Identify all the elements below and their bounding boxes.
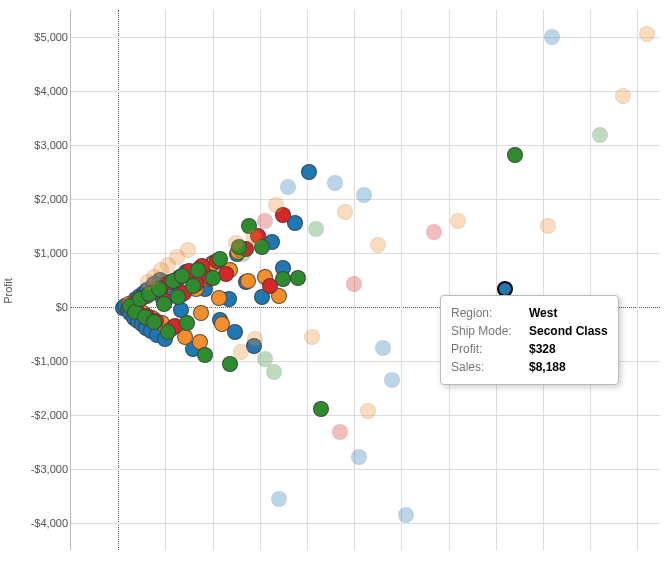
scatter-point[interactable]	[146, 314, 162, 330]
y-tick-label: -$1,000	[18, 355, 68, 367]
scatter-point[interactable]	[301, 164, 317, 180]
scatter-point[interactable]	[332, 424, 348, 440]
y-tick-label: -$4,000	[18, 517, 68, 529]
y-tick-label: $2,000	[18, 193, 68, 205]
scatter-point[interactable]	[507, 147, 523, 163]
scatter-point[interactable]	[370, 237, 386, 253]
scatter-point[interactable]	[313, 401, 329, 417]
scatter-point[interactable]	[240, 273, 256, 289]
scatter-point[interactable]	[271, 491, 287, 507]
scatter-point[interactable]	[398, 507, 414, 523]
scatter-point[interactable]	[140, 274, 156, 290]
scatter-point[interactable]	[375, 340, 391, 356]
scatter-point[interactable]	[228, 235, 244, 251]
scatter-point[interactable]	[327, 175, 343, 191]
scatter-point[interactable]	[360, 403, 376, 419]
y-tick-label: $4,000	[18, 85, 68, 97]
tooltip-row-sales: Sales: $8,188	[451, 358, 608, 376]
gridline-h	[71, 37, 660, 38]
scatter-point[interactable]	[280, 179, 296, 195]
scatter-point[interactable]	[214, 316, 230, 332]
scatter-point[interactable]	[351, 449, 367, 465]
tooltip-value: Second Class	[529, 322, 608, 340]
gridline-h	[71, 91, 660, 92]
gridline-v	[307, 10, 308, 550]
gridline-h	[71, 523, 660, 524]
scatter-point[interactable]	[337, 204, 353, 220]
gridline-v	[637, 10, 638, 550]
scatter-point[interactable]	[211, 290, 227, 306]
y-tick-label: $3,000	[18, 139, 68, 151]
scatter-point[interactable]	[179, 315, 195, 331]
gridline-v	[449, 10, 450, 550]
scatter-point[interactable]	[257, 213, 273, 229]
gridline-h	[71, 253, 660, 254]
y-tick-label: -$3,000	[18, 463, 68, 475]
tooltip-key: Profit:	[451, 340, 523, 358]
scatter-point[interactable]	[346, 276, 362, 292]
gridline-h	[71, 469, 660, 470]
y-tick-label: $5,000	[18, 31, 68, 43]
scatter-point[interactable]	[233, 344, 249, 360]
tooltip-key: Ship Mode:	[451, 322, 523, 340]
scatter-point[interactable]	[384, 372, 400, 388]
scatter-point[interactable]	[290, 270, 306, 286]
scatter-point[interactable]	[170, 289, 186, 305]
scatter-point[interactable]	[592, 127, 608, 143]
scatter-point[interactable]	[185, 278, 201, 294]
scatter-chart: Profit $5,000$4,000$3,000$2,000$1,000$0-…	[0, 0, 670, 570]
y-axis-label: Profit	[2, 278, 14, 304]
scatter-point[interactable]	[356, 187, 372, 203]
y-tick-label: -$2,000	[18, 409, 68, 421]
scatter-point[interactable]	[212, 251, 228, 267]
y-tick-label: $0	[18, 301, 68, 313]
gridline-v	[590, 10, 591, 550]
scatter-point[interactable]	[275, 271, 291, 287]
scatter-point[interactable]	[615, 88, 631, 104]
tooltip-key: Region:	[451, 304, 523, 322]
scatter-point[interactable]	[304, 329, 320, 345]
scatter-point[interactable]	[197, 347, 213, 363]
scatter-point[interactable]	[544, 29, 560, 45]
scatter-point[interactable]	[160, 324, 176, 340]
scatter-point[interactable]	[639, 26, 655, 42]
y-tick-label: $1,000	[18, 247, 68, 259]
scatter-point[interactable]	[540, 218, 556, 234]
tooltip-row-shipmode: Ship Mode: Second Class	[451, 322, 608, 340]
scatter-point[interactable]	[450, 213, 466, 229]
scatter-point[interactable]	[268, 197, 284, 213]
scatter-point[interactable]	[308, 221, 324, 237]
gridline-v	[543, 10, 544, 550]
gridline-h	[71, 145, 660, 146]
tooltip-key: Sales:	[451, 358, 523, 376]
hover-tooltip: Region: West Ship Mode: Second Class Pro…	[440, 295, 619, 385]
tooltip-value: West	[529, 304, 557, 322]
plot-area[interactable]	[70, 10, 660, 550]
scatter-point[interactable]	[266, 364, 282, 380]
tooltip-row-region: Region: West	[451, 304, 608, 322]
scatter-point[interactable]	[246, 229, 262, 245]
tooltip-value: $8,188	[529, 358, 566, 376]
scatter-point[interactable]	[247, 331, 263, 347]
scatter-point[interactable]	[205, 270, 221, 286]
scatter-point[interactable]	[193, 305, 209, 321]
tooltip-value: $328	[529, 340, 556, 358]
gridline-v	[496, 10, 497, 550]
tooltip-row-profit: Profit: $328	[451, 340, 608, 358]
scatter-point[interactable]	[426, 224, 442, 240]
gridline-v	[401, 10, 402, 550]
